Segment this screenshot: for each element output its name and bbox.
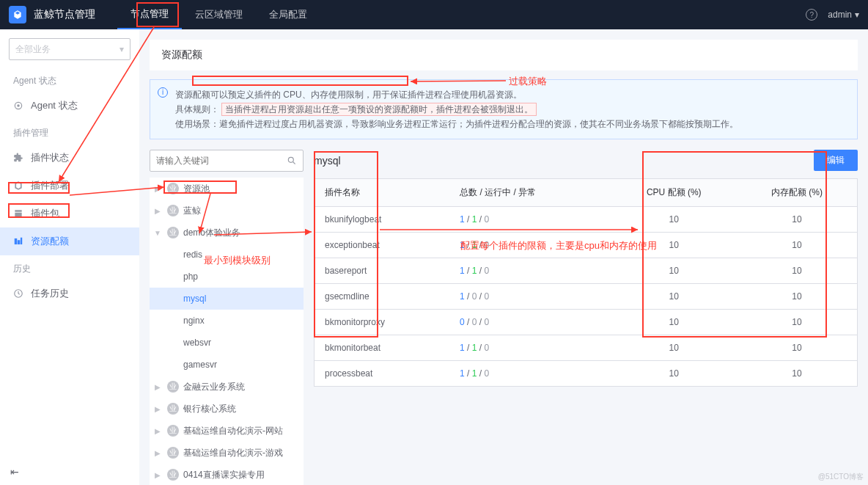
info-line1: 资源配额可以预定义插件的 CPU、内存使用限制，用于保证插件进程合理使用机器资源…: [175, 87, 848, 102]
info-line2: 具体规则： 当插件进程占用资源超出任意一项预设的资源配额时，插件进程会被强制退出…: [175, 102, 848, 117]
tree-node[interactable]: ▶业蓝鲸: [150, 200, 304, 222]
side-agent-status[interactable]: Agent 状态: [0, 92, 139, 120]
cell-mem: 10: [737, 310, 858, 335]
tree-node[interactable]: ▼业demo体验业务: [150, 222, 304, 244]
tree-node[interactable]: ▶业银行核心系统: [150, 398, 304, 420]
side-item-label: 插件部署: [31, 179, 69, 192]
cell-stats: 1 / 1 / 0: [449, 233, 611, 258]
table-row: bkmonitorbeat1 / 1 / 01010: [315, 335, 858, 361]
biz-icon: 业: [167, 183, 179, 194]
biz-icon: 业: [167, 425, 179, 437]
edit-button[interactable]: 编辑: [814, 150, 858, 171]
tree-node-label: nginx: [183, 316, 205, 326]
package-icon: [13, 208, 23, 219]
watermark: @51CTO博客: [818, 472, 864, 482]
nav-node-mgmt[interactable]: 节点管理: [117, 0, 182, 29]
side-group-agent: Agent 状态: [0, 68, 139, 92]
caret-icon: ▶: [152, 383, 163, 391]
cell-cpu: 10: [611, 284, 737, 310]
tree-node-label: redis: [183, 249, 202, 260]
cell-cpu: 10: [611, 233, 737, 258]
tree-node[interactable]: ▶业金融云业务系统: [150, 376, 304, 398]
business-selector-label: 全部业务: [15, 43, 51, 56]
tree-node-label: websvr: [183, 338, 211, 348]
side-item-label: Agent 状态: [31, 99, 78, 112]
help-icon[interactable]: ?: [806, 9, 817, 21]
tree-node-label: 蓝鲸: [183, 205, 201, 217]
svg-point-1: [17, 104, 20, 107]
chevron-down-icon: ▾: [855, 10, 859, 20]
user-name: admin: [828, 10, 852, 20]
cell-plugin-name: bkmonitorbeat: [315, 335, 450, 361]
tree-node-label: 0414直播课实操专用: [183, 469, 265, 481]
th-mem: 内存配额 (%): [737, 179, 858, 207]
quota-info-box: i 资源配额可以预定义插件的 CPU、内存使用限制，用于保证插件进程合理使用机器…: [150, 79, 858, 139]
tree-node[interactable]: gamesvr: [150, 354, 304, 376]
caret-icon: ▶: [152, 471, 163, 479]
business-selector[interactable]: 全部业务 ▾: [9, 38, 130, 60]
cell-plugin-name: exceptionbeat: [315, 233, 450, 258]
tree-node[interactable]: ▶业0414直播课实操专用: [150, 464, 304, 485]
cell-stats: 1 / 1 / 0: [449, 207, 611, 233]
th-plugin-name: 插件名称: [315, 179, 450, 207]
puzzle-icon: [13, 153, 23, 163]
tree-node[interactable]: mysql: [150, 288, 304, 310]
user-menu[interactable]: admin ▾: [828, 10, 859, 20]
svg-rect-3: [18, 240, 20, 244]
side-plugin-status[interactable]: 插件状态: [0, 144, 139, 172]
side-plugin-deploy[interactable]: 插件部署: [0, 172, 139, 200]
table-row: gsecmdline1 / 0 / 01010: [315, 284, 858, 310]
cell-plugin-name: processbeat: [315, 361, 450, 387]
cell-plugin-name: bkmonitorproxy: [315, 310, 450, 335]
cell-plugin-name: basereport: [315, 258, 450, 284]
cell-stats: 1 / 1 / 0: [449, 258, 611, 284]
tree-node[interactable]: websvr: [150, 332, 304, 354]
th-stats: 总数 / 运行中 / 异常: [449, 179, 611, 207]
search-icon: [287, 156, 297, 166]
cell-mem: 10: [737, 284, 858, 310]
tree-node-label: mysql: [183, 293, 206, 304]
sidebar-collapse[interactable]: ⇤: [10, 466, 19, 478]
caret-icon: ▶: [152, 449, 163, 457]
biz-tree-panel: ▶业资源池▶业蓝鲸▼业demo体验业务redisphpmysqlnginxweb…: [150, 150, 304, 485]
tree-node[interactable]: php: [150, 266, 304, 288]
tree-search[interactable]: [150, 150, 304, 172]
biz-tree: ▶业资源池▶业蓝鲸▼业demo体验业务redisphpmysqlnginxweb…: [150, 178, 304, 485]
tree-node-label: 基础运维自动化演示-网站: [183, 425, 283, 437]
table-row: basereport1 / 1 / 01010: [315, 258, 858, 284]
cell-mem: 10: [737, 258, 858, 284]
caret-icon: ▶: [152, 427, 163, 435]
nav-cloud-region[interactable]: 云区域管理: [182, 0, 256, 29]
side-plugin-package[interactable]: 插件包: [0, 200, 139, 227]
cell-cpu: 10: [611, 361, 737, 387]
side-group-plugin: 插件管理: [0, 120, 139, 144]
page-title: 资源配额: [150, 40, 858, 70]
chevron-down-icon: ▾: [119, 44, 124, 54]
biz-icon: 业: [167, 381, 179, 393]
cell-stats: 1 / 0 / 0: [449, 284, 611, 310]
quota-icon: [13, 236, 23, 247]
tree-node[interactable]: redis: [150, 244, 304, 266]
tree-node[interactable]: ▶业基础运维自动化演示-游戏: [150, 442, 304, 464]
tree-node[interactable]: nginx: [150, 310, 304, 332]
caret-icon: ▶: [152, 185, 163, 193]
app-title: 蓝鲸节点管理: [34, 8, 95, 21]
nav-global-config[interactable]: 全局配置: [256, 0, 320, 29]
tree-node[interactable]: ▶业基础运维自动化演示-网站: [150, 420, 304, 442]
biz-icon: 业: [167, 469, 179, 481]
tree-node-label: 基础运维自动化演示-游戏: [183, 447, 283, 459]
biz-icon: 业: [167, 227, 179, 238]
tree-node-label: demo体验业务: [183, 227, 240, 239]
side-group-history: 历史: [0, 255, 139, 280]
cell-mem: 10: [737, 361, 858, 387]
tree-node[interactable]: ▶业资源池: [150, 178, 304, 200]
tree-node-label: 金融云业务系统: [183, 381, 245, 393]
tree-node-label: 资源池: [183, 183, 210, 195]
info-highlight: 当插件进程占用资源超出任意一项预设的资源配额时，插件进程会被强制退出。: [221, 103, 537, 116]
table-row: processbeat1 / 1 / 01010: [315, 361, 858, 387]
search-input[interactable]: [156, 156, 287, 166]
side-resource-quota[interactable]: 资源配额: [0, 227, 139, 255]
side-task-history[interactable]: 任务历史: [0, 280, 139, 307]
sidebar: 全部业务 ▾ Agent 状态 Agent 状态 插件管理 插件状态 插件部署 …: [0, 29, 139, 485]
svg-rect-2: [15, 238, 18, 244]
